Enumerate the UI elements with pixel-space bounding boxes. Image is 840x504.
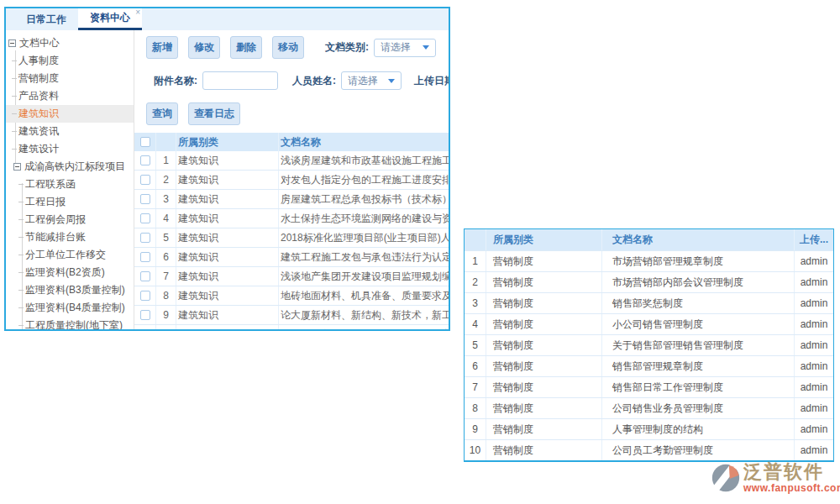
sidebar-item[interactable]: 工程质量控制(地下室): [6, 317, 134, 330]
sidebar-item[interactable]: 监理资料(B2资质): [6, 264, 134, 281]
row-doc-name: 销售部日常工作管理制度: [602, 377, 795, 397]
delete-button[interactable]: 删除: [230, 36, 262, 59]
sidebar-item[interactable]: 营销制度: [6, 70, 134, 87]
sidebar-item[interactable]: 人事制度: [6, 52, 134, 70]
person-name-value: 请选择: [348, 74, 378, 88]
attachment-name-label: 附件名称:: [154, 74, 197, 88]
sidebar-item[interactable]: 成渝高铁内江标段项目: [6, 158, 134, 176]
row-number: 10: [156, 325, 176, 330]
doc-name-column-header: 文档名称: [279, 135, 449, 150]
sidebar-item-label: 工程联系函: [25, 177, 76, 192]
row-category: 建筑知识: [176, 306, 279, 324]
row-doc-name: 市场营销部内部会议管理制度: [602, 272, 795, 292]
close-icon[interactable]: ×: [135, 8, 140, 17]
row-checkbox[interactable]: [140, 175, 150, 185]
sidebar-item[interactable]: 产品资料: [6, 87, 134, 105]
table-row[interactable]: 5建筑知识2018标准化监理项目部(业主项目部)人员...: [134, 228, 449, 248]
row-uploader: admin: [795, 381, 833, 393]
collapse-icon[interactable]: [8, 39, 16, 47]
table-row[interactable]: 8建筑知识地砖地面材料、机具准备、质量要求及...: [134, 286, 449, 306]
sidebar-item[interactable]: 建筑资讯: [6, 123, 134, 140]
sidebar-item-label: 建筑设计: [18, 142, 59, 156]
tab-inactive[interactable]: 日常工作: [14, 8, 78, 30]
sidebar-item[interactable]: 工程日报: [6, 193, 134, 211]
row-checkbox[interactable]: [140, 194, 150, 204]
sidebar-item[interactable]: 工程联系函: [6, 176, 134, 193]
sidebar-item-label: 监理资料(B4质量控制): [25, 301, 125, 315]
fanpu-logo-icon: [710, 462, 742, 494]
row-category: 营销制度: [486, 377, 602, 397]
tab-active[interactable]: 资料中心×: [78, 8, 142, 30]
table-row[interactable]: 10建筑知识大厦地下室加气砼墙砌筑工程的施工方...: [134, 325, 449, 330]
row-number: 1: [465, 251, 486, 271]
row-checkbox[interactable]: [140, 213, 150, 223]
sidebar-item[interactable]: 监理资料(B3质量控制): [6, 281, 134, 299]
table-row[interactable]: 6营销制度销售部管理规章制度admin: [465, 355, 833, 376]
move-button[interactable]: 移动: [272, 36, 304, 59]
collapse-icon[interactable]: [13, 163, 21, 171]
sidebar-item-label: 人事制度: [18, 54, 59, 68]
table-row[interactable]: 3营销制度销售部奖惩制度admin: [465, 292, 833, 313]
row-category: 建筑知识: [176, 267, 279, 286]
table-row[interactable]: 4建筑知识水土保持生态环境监测网络的建设与资...: [134, 209, 449, 228]
row-doc-name: 人事管理制度的结构: [602, 419, 795, 439]
table-row[interactable]: 4营销制度小公司销售管理制度admin: [465, 313, 833, 334]
row-uploader: admin: [795, 297, 833, 309]
table-row[interactable]: 10营销制度公司员工考勤管理制度admin: [465, 439, 833, 460]
table-row[interactable]: 7营销制度销售部日常工作管理制度admin: [465, 376, 833, 397]
row-category: 营销制度: [486, 251, 602, 271]
row-number: 5: [156, 228, 176, 247]
table-row[interactable]: 9营销制度人事管理制度的结构admin: [465, 418, 833, 439]
tree-branch-line: [18, 290, 24, 291]
table-row[interactable]: 1营销制度市场营销部管理规章制度admin: [465, 250, 833, 271]
table-row[interactable]: 2建筑知识对发包人指定分包的工程施工进度安排...: [134, 171, 449, 190]
row-checkbox[interactable]: [140, 271, 150, 281]
tree-branch-line: [18, 325, 24, 326]
table-row[interactable]: 5营销制度关于销售部管理销售管理制度admin: [465, 334, 833, 355]
row-number: 9: [465, 419, 486, 439]
upload-date-label: 上传日期: [414, 74, 449, 88]
table-row[interactable]: 8营销制度公司销售业务员管理制度admin: [465, 397, 833, 418]
query-button[interactable]: 查询: [146, 102, 178, 125]
row-category: 营销制度: [486, 293, 602, 313]
sidebar-item[interactable]: 分工单位工作移交: [6, 246, 134, 264]
row-number: 7: [156, 267, 176, 286]
row-checkbox[interactable]: [140, 155, 150, 165]
person-name-label: 人员姓名:: [292, 74, 336, 88]
row-number: 6: [465, 356, 486, 376]
table-row[interactable]: 2营销制度市场营销部内部会议管理制度admin: [465, 271, 833, 292]
sidebar-item[interactable]: 建筑设计: [6, 140, 134, 158]
sidebar-item[interactable]: 监理资料(B4质量控制): [6, 299, 134, 317]
view-log-button[interactable]: 查看日志: [188, 102, 240, 125]
tree-branch-line: [12, 149, 17, 150]
fanpu-logo: 泛普软件 www.fanpusoft.com: [710, 461, 840, 494]
row-checkbox[interactable]: [140, 291, 150, 301]
row-doc-name: 公司员工考勤管理制度: [602, 440, 795, 460]
select-all-checkbox[interactable]: [140, 137, 150, 147]
sidebar-item[interactable]: 文档中心: [6, 34, 134, 52]
row-checkbox[interactable]: [140, 233, 150, 243]
row-checkbox[interactable]: [140, 329, 150, 330]
table-row[interactable]: 3建筑知识房屋建筑工程总承包投标书（技术标）...: [134, 190, 449, 209]
sidebar-item[interactable]: 工程例会周报: [6, 211, 134, 228]
row-category: 营销制度: [486, 314, 602, 334]
document-center-window: 日常工作资料中心× 文档中心人事制度营销制度产品资料建筑知识建筑资讯建筑设计成渝…: [4, 7, 450, 331]
row-number: 8: [156, 286, 176, 305]
sidebar-item-label: 成渝高铁内江标段项目: [24, 160, 125, 174]
table-row[interactable]: 9建筑知识论大厦新材料、新结构、新技术，新工...: [134, 306, 449, 325]
row-doc-name: 地砖地面材料、机具准备、质量要求及...: [279, 289, 449, 303]
person-name-select[interactable]: 请选择: [341, 71, 402, 90]
table-row[interactable]: 6建筑知识建筑工程施工发包与承包违法行为认定...: [134, 248, 449, 267]
sidebar-item-selected[interactable]: 建筑知识: [6, 105, 134, 123]
modify-button[interactable]: 修改: [188, 36, 220, 59]
sidebar-item[interactable]: 节能减排台账: [6, 228, 134, 246]
doc-category-select[interactable]: 请选择: [374, 39, 436, 57]
table-row[interactable]: 7建筑知识浅谈地产集团开发建设项目监理规划编...: [134, 267, 449, 286]
add-button[interactable]: 新增: [146, 36, 178, 59]
attachment-name-input[interactable]: [202, 71, 278, 90]
row-checkbox[interactable]: [140, 310, 150, 320]
tree-branch-line: [12, 78, 17, 79]
marketing-table-header: 所属别类 文档名称 上传...: [465, 229, 833, 250]
row-checkbox[interactable]: [140, 252, 150, 262]
table-row[interactable]: 1建筑知识浅谈房屋建筑和市政基础设施工程施工...: [134, 151, 449, 171]
